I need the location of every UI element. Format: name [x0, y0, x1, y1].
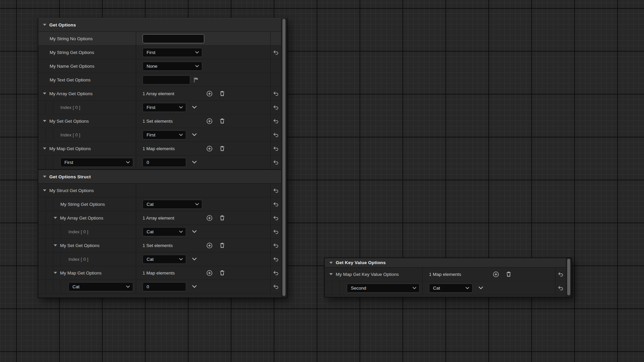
combobox-value: First: [147, 105, 179, 110]
property-name-cell: My Set Get Options: [38, 114, 136, 128]
reset-to-default-button[interactable]: [273, 216, 279, 220]
add-element-button[interactable]: [493, 271, 499, 278]
property-value-cell: First: [136, 128, 271, 141]
vertical-scrollbar[interactable]: [566, 258, 572, 297]
circled-plus-icon: [206, 270, 213, 276]
element-options-dropdown-button[interactable]: [192, 285, 197, 288]
text-input[interactable]: [143, 34, 204, 43]
combobox[interactable]: Cat: [143, 255, 186, 264]
chevron-down-icon: [195, 203, 199, 205]
triangle-down-icon[interactable]: [43, 24, 46, 26]
element-options-dropdown-button[interactable]: [192, 258, 197, 260]
add-element-button[interactable]: [206, 145, 213, 152]
property-name-cell: Index [ 0 ]: [38, 128, 136, 141]
chevron-down-icon: [179, 134, 183, 136]
property-name-cell: Second: [325, 281, 423, 295]
circled-plus-icon: [206, 145, 213, 152]
trash-can-icon: [219, 270, 225, 276]
number-value: 0: [147, 160, 149, 165]
reset-to-default-button[interactable]: [558, 286, 564, 290]
indent-guide: [53, 211, 53, 225]
triangle-down-icon[interactable]: [329, 273, 333, 275]
element-options-dropdown-button[interactable]: [192, 161, 197, 164]
reset-arrow-icon: [273, 105, 279, 110]
reset-arrow-icon: [558, 286, 564, 290]
add-element-button[interactable]: [206, 242, 213, 249]
combobox[interactable]: First: [143, 103, 186, 112]
add-element-button[interactable]: [206, 270, 213, 276]
reset-to-default-button[interactable]: [273, 146, 279, 151]
reset-to-default-button[interactable]: [273, 50, 279, 55]
reset-to-default-button[interactable]: [273, 202, 279, 206]
triangle-down-icon[interactable]: [54, 217, 57, 219]
map-key-combobox[interactable]: First: [60, 158, 133, 167]
indent-guide: [60, 252, 61, 266]
combobox-value: Second: [351, 286, 413, 291]
elements-count-label: 1 Map elements: [143, 270, 202, 276]
delete-elements-button[interactable]: [219, 90, 225, 97]
reset-to-default-button[interactable]: [273, 133, 279, 137]
element-options-dropdown-button[interactable]: [192, 230, 197, 233]
delete-elements-button[interactable]: [506, 271, 512, 277]
reset-to-default-button[interactable]: [273, 271, 279, 275]
property-row: My String Get OptionsFirst: [38, 46, 281, 59]
property-row: Index [ 0 ]First: [38, 101, 281, 114]
element-options-dropdown-button[interactable]: [192, 106, 197, 109]
property-label: My String Get Options: [60, 202, 105, 207]
elements-count-label: 1 Map elements: [429, 272, 488, 277]
element-options-dropdown-button[interactable]: [192, 133, 197, 136]
elements-count-label: 1 Array element: [143, 91, 202, 96]
element-options-dropdown-button[interactable]: [479, 287, 483, 289]
map-key-combobox[interactable]: Cat: [68, 282, 133, 291]
triangle-down-icon[interactable]: [43, 93, 46, 95]
triangle-down-icon[interactable]: [43, 147, 46, 149]
combobox[interactable]: Cat: [429, 284, 473, 293]
add-element-button[interactable]: [206, 90, 213, 97]
property-label: My String Get Options: [50, 50, 94, 55]
combobox[interactable]: First: [143, 48, 202, 57]
reset-to-default-button[interactable]: [558, 272, 564, 277]
reset-to-default-button[interactable]: [273, 92, 279, 96]
combobox[interactable]: First: [143, 130, 186, 139]
triangle-down-icon[interactable]: [54, 272, 57, 274]
reset-column-cell: [271, 87, 281, 100]
reset-to-default-button[interactable]: [273, 285, 279, 289]
reset-to-default-button[interactable]: [273, 105, 279, 110]
triangle-down-icon[interactable]: [43, 189, 46, 191]
indent-guide: [53, 101, 53, 114]
map-key-combobox[interactable]: Second: [347, 284, 420, 293]
vertical-scrollbar[interactable]: [281, 18, 287, 298]
details-rows: Get OptionsMy String No OptionsMy String…: [38, 18, 281, 298]
combobox[interactable]: Cat: [143, 227, 186, 236]
delete-elements-button[interactable]: [219, 118, 225, 124]
delete-elements-button[interactable]: [219, 145, 225, 152]
reset-to-default-button[interactable]: [273, 119, 279, 123]
triangle-down-icon[interactable]: [54, 244, 57, 246]
reset-to-default-button[interactable]: [273, 188, 279, 193]
property-name-cell: My Map Get Key Value Options: [325, 267, 423, 281]
delete-elements-button[interactable]: [219, 270, 225, 276]
add-element-button[interactable]: [206, 118, 213, 124]
reset-to-default-button[interactable]: [273, 230, 279, 234]
property-name-cell: My Array Get Options: [38, 211, 136, 225]
number-input[interactable]: 0: [143, 282, 186, 291]
reset-to-default-button[interactable]: [273, 243, 279, 248]
scrollbar-thumb[interactable]: [282, 19, 285, 296]
scrollbar-thumb[interactable]: [567, 259, 570, 295]
reset-arrow-icon: [273, 188, 279, 193]
delete-elements-button[interactable]: [219, 242, 225, 248]
triangle-down-icon[interactable]: [329, 262, 333, 264]
combobox[interactable]: Cat: [143, 200, 202, 209]
reset-to-default-button[interactable]: [273, 257, 279, 261]
delete-elements-button[interactable]: [219, 215, 225, 221]
trash-can-icon: [219, 215, 225, 221]
combobox[interactable]: None: [143, 62, 202, 71]
reset-to-default-button[interactable]: [273, 160, 279, 165]
number-input[interactable]: 0: [143, 158, 186, 167]
triangle-down-icon[interactable]: [43, 120, 46, 122]
chevron-down-icon: [126, 161, 130, 164]
add-element-button[interactable]: [206, 215, 213, 221]
triangle-down-icon[interactable]: [43, 176, 46, 178]
text-input[interactable]: [143, 75, 190, 84]
property-value-cell: 0: [136, 156, 271, 169]
